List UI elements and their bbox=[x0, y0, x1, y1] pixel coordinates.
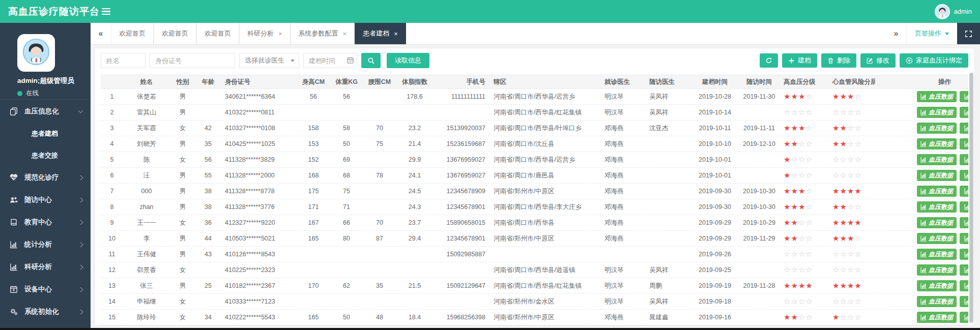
sidebar-item-education-center[interactable]: 教育中心 bbox=[0, 211, 91, 233]
chart-mini-button[interactable] bbox=[960, 312, 968, 323]
chart-mini-button[interactable] bbox=[960, 249, 968, 260]
tabs-scroll-left-icon[interactable]: « bbox=[91, 23, 111, 44]
profile-avatar[interactable] bbox=[17, 34, 55, 72]
create-archive-button[interactable]: 建档 bbox=[782, 53, 817, 68]
read-info-button[interactable]: 读取信息 bbox=[387, 53, 429, 68]
table-row[interactable]: 8 zhan 男 38 411328******3776 171 71 24.3… bbox=[101, 199, 968, 215]
table-row[interactable]: 2 雷其山 男 410322******0811 河南省/周口市/西华县/红花集… bbox=[101, 105, 968, 121]
sidebar-item-bp-informatization[interactable]: 血压信息化 bbox=[0, 100, 91, 123]
cardio-risk-rating: ☆☆☆☆ bbox=[830, 171, 875, 180]
bp-data-button[interactable]: 血压数据 bbox=[917, 249, 957, 260]
bp-data-button[interactable]: 血压数据 bbox=[917, 107, 957, 118]
name-input[interactable] bbox=[101, 53, 146, 68]
tab-patient-archive[interactable]: 患者建档× bbox=[355, 23, 406, 44]
table-row[interactable]: 5 陈 女 56 411328******3829 152 69 29.9 13… bbox=[101, 152, 968, 168]
bp-data-button[interactable]: 血压数据 bbox=[917, 312, 957, 323]
sidebar-item-patient-handover[interactable]: 患者交接 bbox=[0, 144, 91, 166]
table-row[interactable]: 15 陈玲玲 女 34 410222******5543 165 50 48 1… bbox=[101, 310, 968, 325]
table-row[interactable]: 6 汪 男 55 411328******2000 168 68 78 24.1… bbox=[101, 168, 968, 184]
tab-welcome-2[interactable]: 欢迎首页 bbox=[154, 23, 196, 44]
gender-cell: 女 bbox=[170, 266, 195, 275]
chart-mini-button[interactable] bbox=[960, 91, 968, 102]
delete-button[interactable]: 删除 bbox=[821, 53, 856, 68]
filter-toolbar: 选择就诊医生 读取信息 bbox=[101, 53, 968, 68]
tab-welcome-1[interactable]: 欢迎首页 bbox=[111, 23, 154, 44]
table-row[interactable]: 10 李 男 44 410503******5021 165 80 87 29.… bbox=[101, 231, 968, 247]
table-row[interactable]: 9 王一一 女 36 412327******9220 167 66 70 23… bbox=[101, 215, 968, 231]
bp-data-button[interactable]: 血压数据 bbox=[917, 280, 957, 291]
table-row[interactable]: 4 刘晓芳 男 35 410425******1025 153 50 75 21… bbox=[101, 136, 968, 152]
bp-data-button[interactable]: 血压数据 bbox=[917, 233, 957, 244]
hamburger-icon[interactable] bbox=[102, 7, 110, 17]
table-row[interactable]: 11 王伟健 男 43 410126******8543 15092985887… bbox=[101, 247, 968, 262]
star-empty-icon: ☆ bbox=[840, 250, 847, 258]
chart-mini-button[interactable] bbox=[960, 233, 968, 244]
sidebar-item-research-analysis[interactable]: 科研分析 bbox=[0, 256, 91, 278]
chart-mini-button[interactable] bbox=[960, 201, 968, 213]
tab-system-parameters[interactable]: 系统参数配置× bbox=[291, 23, 355, 44]
table-row[interactable]: 7 000 男 38 411328******8778 175 75 24.5 … bbox=[101, 184, 968, 199]
bp-data-button[interactable]: 血压数据 bbox=[917, 264, 957, 276]
table-row[interactable]: 14 申福继 女 410333******7123 河南省/郑州市/金水区 明汉… bbox=[101, 294, 968, 310]
bp-data-button[interactable]: 血压数据 bbox=[917, 296, 957, 307]
table-row[interactable]: 13 张三 男 25 410182******2367 170 62 35 21… bbox=[101, 278, 968, 294]
sidebar-item-standardized-care[interactable]: 规范化诊疗 bbox=[0, 166, 91, 189]
close-icon[interactable]: × bbox=[394, 31, 398, 37]
bp-data-button[interactable]: 血压数据 bbox=[917, 123, 957, 134]
scrollbar-thumb[interactable] bbox=[969, 73, 973, 323]
sidebar-item-statistics-analysis[interactable]: 统计分析 bbox=[0, 233, 91, 256]
row-index-cell: 12 bbox=[101, 266, 123, 274]
doctor-select[interactable]: 选择就诊医生 bbox=[239, 53, 299, 68]
bp-data-button[interactable]: 血压数据 bbox=[917, 91, 957, 102]
id-number-input[interactable] bbox=[150, 53, 235, 68]
chart-mini-button[interactable] bbox=[960, 170, 968, 181]
user-avatar[interactable] bbox=[935, 4, 950, 19]
chart-mini-button[interactable] bbox=[960, 154, 968, 165]
bp-data-button[interactable]: 血压数据 bbox=[917, 217, 957, 228]
table-row[interactable]: 1 张楚若 男 340621******6364 56 56 178.6 111… bbox=[101, 89, 968, 105]
refresh-button[interactable] bbox=[760, 53, 778, 68]
table-row[interactable]: 3 关军霞 女 42 410327******0108 158 58 70 23… bbox=[101, 121, 968, 136]
username-label[interactable]: admin bbox=[954, 8, 972, 15]
bind-home-bp-monitor-button[interactable]: 家庭血压计绑定 bbox=[900, 53, 968, 68]
tab-operations-dropdown[interactable]: 页签操作 bbox=[906, 23, 957, 44]
patient-archive-panel: 选择就诊医生 读取信息 bbox=[94, 48, 975, 326]
id-number-cell: 340621******6364 bbox=[221, 93, 297, 100]
sidebar-item-patient-archive[interactable]: 患者建档 bbox=[0, 123, 91, 144]
edit-button[interactable]: 修改 bbox=[860, 53, 896, 68]
bp-data-button[interactable]: 血压数据 bbox=[917, 201, 957, 213]
chart-mini-button[interactable] bbox=[960, 123, 968, 134]
vertical-scrollbar[interactable] bbox=[969, 73, 973, 323]
table-row[interactable]: 12 邵景香 女 410225******2323 河南省/周口市/西华县/逍遥… bbox=[101, 262, 968, 278]
sidebar-item-system-init[interactable]: 系统初始化 bbox=[0, 301, 91, 323]
chart-mini-button[interactable] bbox=[960, 107, 968, 118]
star-empty-icon: ☆ bbox=[854, 108, 861, 116]
fullscreen-toggle[interactable] bbox=[957, 23, 980, 44]
chart-mini-button[interactable] bbox=[960, 217, 968, 228]
star-empty-icon: ☆ bbox=[854, 92, 861, 101]
close-icon[interactable]: × bbox=[278, 31, 282, 37]
chart-mini-button[interactable] bbox=[960, 186, 968, 197]
tab-research-analysis[interactable]: 科研分析× bbox=[239, 23, 291, 44]
tab-welcome-3[interactable]: 欢迎首页 bbox=[196, 23, 239, 44]
bp-data-button[interactable]: 血压数据 bbox=[917, 154, 957, 165]
weight-cell: 50 bbox=[330, 314, 363, 321]
star-empty-icon: ☆ bbox=[791, 108, 798, 116]
followup-doctor-cell: 吴凤祥 bbox=[647, 297, 692, 306]
calendar-icon[interactable] bbox=[347, 56, 354, 66]
sidebar-item-device-center[interactable]: 设备中心 bbox=[0, 278, 91, 301]
waist-cell: 70 bbox=[363, 219, 396, 226]
chart-mini-button[interactable] bbox=[960, 264, 968, 276]
star-filled-icon: ★ bbox=[784, 281, 791, 290]
chart-mini-button[interactable] bbox=[960, 280, 968, 291]
bp-data-button[interactable]: 血压数据 bbox=[917, 138, 957, 149]
column-header: 性别 bbox=[170, 78, 195, 86]
close-icon[interactable]: × bbox=[343, 31, 347, 37]
bp-data-button[interactable]: 血压数据 bbox=[917, 170, 957, 181]
tabs-scroll-right-icon[interactable]: » bbox=[886, 23, 906, 44]
bp-data-button[interactable]: 血压数据 bbox=[917, 186, 957, 197]
chart-mini-button[interactable] bbox=[960, 296, 968, 307]
chart-mini-button[interactable] bbox=[960, 138, 968, 149]
sidebar-item-followup-center[interactable]: 随访中心 bbox=[0, 189, 91, 211]
search-button[interactable] bbox=[361, 53, 381, 68]
